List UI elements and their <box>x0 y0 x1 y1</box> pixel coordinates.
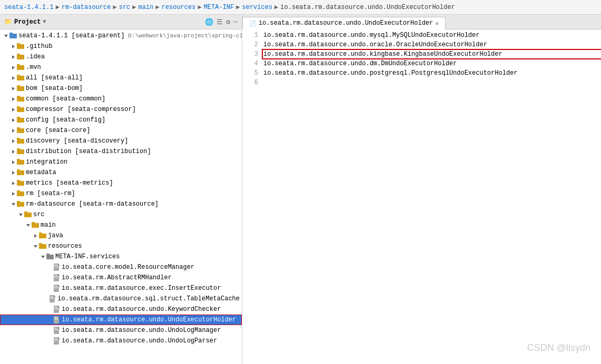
expand-arrow-icon[interactable] <box>9 160 17 165</box>
tree-item-meta-inf-services[interactable]: META-INF.services <box>0 251 242 262</box>
tree-item-label: io.seata.rm.datasource.sql.struct.TableM… <box>57 295 240 302</box>
svg-rect-23 <box>17 106 20 108</box>
settings-icon[interactable]: ⚙ <box>226 18 230 26</box>
breadcrumb-item-1[interactable]: rm-datasource <box>62 4 111 11</box>
svg-rect-98 <box>54 329 58 329</box>
expand-arrow-icon[interactable] <box>9 170 17 175</box>
tree-item-label: distribution [seata-distribution] <box>26 148 151 155</box>
tree-item-java[interactable]: java <box>0 230 242 241</box>
tree-item-file1[interactable]: io.seata.core.model.ResourceManager <box>0 262 242 272</box>
tree-item-file4[interactable]: io.seata.rm.datasource.sql.struct.TableM… <box>0 294 242 304</box>
svg-marker-24 <box>12 118 15 122</box>
breadcrumb: seata-1.4.1.1 ▶ rm-datasource ▶ src ▶ ma… <box>0 0 601 15</box>
folder-icon <box>17 127 24 134</box>
svg-rect-93 <box>54 318 58 319</box>
tree-item-core[interactable]: core [seata-core] <box>0 125 242 136</box>
breadcrumb-item-0[interactable]: seata-1.4.1.1 <box>4 4 54 11</box>
tree-item-all[interactable]: all [seata-all] <box>0 73 242 83</box>
tree-item-bom[interactable]: bom [seata-bom] <box>0 83 242 94</box>
tree-item-rm[interactable]: rm [seata-rm] <box>0 188 242 199</box>
locate-icon[interactable]: 🌐 <box>205 18 213 26</box>
tree-item-label: discovery [seata-discovery] <box>26 137 128 145</box>
expand-arrow-icon[interactable] <box>9 86 17 91</box>
folder-icon <box>17 64 24 71</box>
svg-marker-30 <box>12 139 15 143</box>
tree-item-distribution[interactable]: distribution [seata-distribution] <box>0 146 242 157</box>
tab-close-button[interactable]: ✕ <box>435 20 439 27</box>
folder-icon <box>17 106 24 113</box>
tree-item-file7[interactable]: io.seata.rm.datasource.undo.UndoLogManag… <box>0 325 242 336</box>
breadcrumb-item-2[interactable]: src <box>119 4 131 11</box>
tree-item-metrics[interactable]: metrics [seata-metrics] <box>0 178 242 188</box>
expand-arrow-icon[interactable] <box>9 128 17 133</box>
tree-item-rm-datasource[interactable]: rm-datasource [seata-rm-datasource] <box>0 199 242 209</box>
code-line-1: 1io.seata.rm.datasource.undo.mysql.MySQL… <box>242 32 601 41</box>
tree-item-file2[interactable]: io.seata.rm.AbstractRMHandler <box>0 272 242 283</box>
breadcrumb-item-3[interactable]: main <box>139 4 154 11</box>
collapse-arrow-icon[interactable] <box>9 202 17 207</box>
expand-arrow-icon[interactable] <box>9 44 17 49</box>
collapse-arrow-icon[interactable] <box>2 34 9 38</box>
expand-arrow-icon[interactable] <box>9 65 17 70</box>
tree-item-mvn[interactable]: .mvn <box>0 62 242 73</box>
svg-rect-50 <box>17 201 20 203</box>
minimize-icon[interactable]: — <box>233 18 238 26</box>
breadcrumb-item-5[interactable]: META-INF <box>204 4 234 11</box>
collapse-arrow-icon[interactable] <box>24 223 32 228</box>
tree-item-file6[interactable]: io.seata.rm.datasource.undo.UndoExecutor… <box>0 315 242 325</box>
breadcrumb-item-4[interactable]: resources <box>162 4 196 11</box>
svg-rect-83 <box>50 297 54 298</box>
folder-icon <box>39 242 46 250</box>
line-content-2[interactable]: io.seata.rm.datasource.undo.oracle.Oracl… <box>263 41 601 48</box>
tree-item-file3[interactable]: io.seata.rm.datasource.exec.InsertExecut… <box>0 283 242 294</box>
tree-item-label: core [seata-core] <box>26 127 90 134</box>
expand-arrow-icon[interactable] <box>9 97 17 102</box>
svg-marker-51 <box>19 214 23 216</box>
breadcrumb-sep-6: ▶ <box>274 3 278 11</box>
editor-tab[interactable]: 📄 io.seata.rm.datasource.undo.UndoExecut… <box>242 17 446 29</box>
svg-rect-67 <box>54 265 57 265</box>
breadcrumb-item-6[interactable]: services <box>242 4 273 11</box>
tree-item-metadata[interactable]: metadata <box>0 167 242 178</box>
svg-marker-15 <box>12 87 15 90</box>
tree-item-config[interactable]: config [seata-config] <box>0 115 242 125</box>
svg-marker-54 <box>26 224 30 227</box>
expand-arrow-icon[interactable] <box>9 149 17 154</box>
file-icon <box>54 285 60 292</box>
tree-item-src[interactable]: src <box>0 209 242 220</box>
expand-arrow-icon[interactable] <box>9 118 17 123</box>
expand-arrow-icon[interactable] <box>32 234 39 238</box>
collapse-arrow-icon[interactable] <box>32 244 39 249</box>
expand-arrow-icon[interactable] <box>9 55 17 59</box>
line-number-4: 4 <box>242 60 263 67</box>
line-content-4[interactable]: io.seata.rm.datasource.undo.dm.DmUndoExe… <box>263 60 601 67</box>
expand-arrow-icon[interactable] <box>9 139 17 144</box>
tree-item-seata-parent[interactable]: seata-1.4.1.1 [seata-parent] D:\webwork\… <box>0 31 242 41</box>
tree-item-main[interactable]: main <box>0 220 242 230</box>
tree-item-file5[interactable]: io.seata.rm.datasource.undo.KeywordCheck… <box>0 304 242 315</box>
tree-item-label: io.seata.rm.AbstractRMHandler <box>62 274 172 281</box>
collapse-icon[interactable]: ☰ <box>216 18 223 26</box>
code-editor[interactable]: 1io.seata.rm.datasource.undo.mysql.MySQL… <box>242 29 601 364</box>
expand-arrow-icon[interactable] <box>9 181 17 186</box>
tree-item-resources[interactable]: resources <box>0 241 242 251</box>
tree-item-discovery[interactable]: discovery [seata-discovery] <box>0 136 242 146</box>
expand-arrow-icon[interactable] <box>9 191 17 196</box>
tree-item-file8[interactable]: io.seata.rm.datasource.undo.UndoLogParse… <box>0 336 242 346</box>
expand-arrow-icon[interactable] <box>9 107 17 112</box>
tree-item-idea[interactable]: .idea <box>0 52 242 62</box>
breadcrumb-sep-1: ▶ <box>113 3 116 11</box>
tree-item-github[interactable]: .github <box>0 41 242 52</box>
tree-item-compressor[interactable]: compressor [seata-compressor] <box>0 104 242 115</box>
line-content-5[interactable]: io.seata.rm.datasource.undo.postgresql.P… <box>263 69 601 77</box>
tree-item-common[interactable]: common [seata-common] <box>0 94 242 104</box>
svg-marker-6 <box>12 55 15 59</box>
chevron-down-icon[interactable]: ▼ <box>43 19 46 25</box>
tree-item-integration[interactable]: integration <box>0 157 242 167</box>
line-content-3[interactable]: io.seata.rm.datasource.undo.kingbase.Kin… <box>263 50 601 58</box>
svg-rect-79 <box>54 288 58 288</box>
collapse-arrow-icon[interactable] <box>17 213 24 217</box>
collapse-arrow-icon[interactable] <box>39 255 46 259</box>
line-content-1[interactable]: io.seata.rm.datasource.undo.mysql.MySQLU… <box>263 32 601 39</box>
expand-arrow-icon[interactable] <box>9 76 17 80</box>
